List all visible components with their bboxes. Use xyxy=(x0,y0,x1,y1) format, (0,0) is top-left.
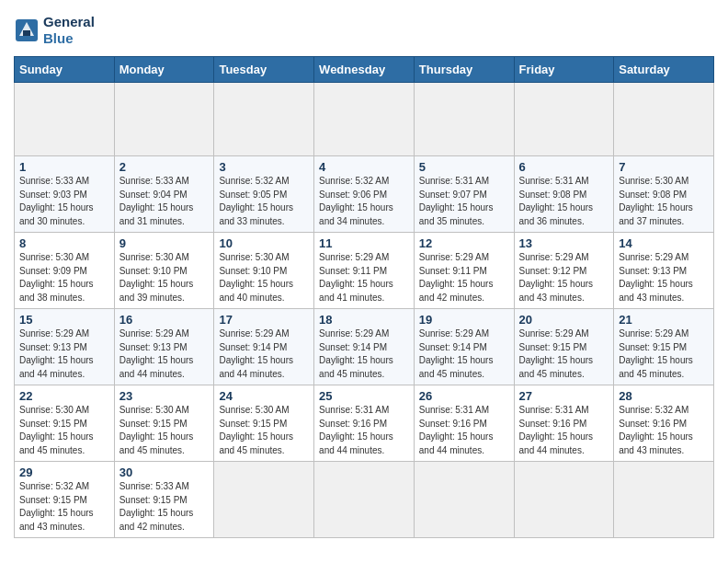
day-number: 15 xyxy=(19,313,109,327)
day-cell xyxy=(114,83,214,156)
day-cell: 14 Sunrise: 5:29 AMSunset: 9:13 PMDaylig… xyxy=(614,233,714,309)
day-info: Sunrise: 5:29 AMSunset: 9:15 PMDaylight:… xyxy=(619,328,693,379)
day-info: Sunrise: 5:30 AMSunset: 9:10 PMDaylight:… xyxy=(219,252,293,303)
day-cell xyxy=(214,83,314,156)
day-cell: 16 Sunrise: 5:29 AMSunset: 9:13 PMDaylig… xyxy=(114,309,214,385)
day-info: Sunrise: 5:31 AMSunset: 9:16 PMDaylight:… xyxy=(319,405,393,455)
col-header-monday: Monday xyxy=(114,57,214,83)
day-info: Sunrise: 5:30 AMSunset: 9:08 PMDaylight:… xyxy=(619,176,693,226)
day-info: Sunrise: 5:29 AMSunset: 9:13 PMDaylight:… xyxy=(619,252,693,303)
day-number: 18 xyxy=(319,313,409,327)
day-info: Sunrise: 5:33 AMSunset: 9:15 PMDaylight:… xyxy=(119,481,194,532)
svg-rect-2 xyxy=(23,30,30,36)
day-cell: 27 Sunrise: 5:31 AMSunset: 9:16 PMDaylig… xyxy=(514,385,614,462)
day-cell: 17 Sunrise: 5:29 AMSunset: 9:14 PMDaylig… xyxy=(214,309,314,385)
day-info: Sunrise: 5:31 AMSunset: 9:16 PMDaylight:… xyxy=(519,405,594,455)
day-cell: 4 Sunrise: 5:32 AMSunset: 9:06 PMDayligh… xyxy=(314,156,415,233)
day-cell: 7 Sunrise: 5:30 AMSunset: 9:08 PMDayligh… xyxy=(614,156,714,233)
day-cell xyxy=(214,462,314,538)
day-cell: 2 Sunrise: 5:33 AMSunset: 9:04 PMDayligh… xyxy=(114,156,214,233)
day-cell xyxy=(314,462,415,538)
day-number: 10 xyxy=(219,236,309,250)
day-info: Sunrise: 5:30 AMSunset: 9:15 PMDaylight:… xyxy=(19,405,94,455)
day-number: 2 xyxy=(119,160,210,174)
week-row-3: 15 Sunrise: 5:29 AMSunset: 9:13 PMDaylig… xyxy=(15,309,714,385)
day-cell xyxy=(15,83,115,156)
day-info: Sunrise: 5:31 AMSunset: 9:08 PMDaylight:… xyxy=(519,176,594,226)
day-cell: 8 Sunrise: 5:30 AMSunset: 9:09 PMDayligh… xyxy=(15,233,115,309)
day-cell xyxy=(314,83,415,156)
logo-text: General Blue xyxy=(43,14,95,47)
day-cell xyxy=(414,83,514,156)
day-cell: 24 Sunrise: 5:30 AMSunset: 9:15 PMDaylig… xyxy=(214,385,314,462)
day-cell: 10 Sunrise: 5:30 AMSunset: 9:10 PMDaylig… xyxy=(214,233,314,309)
week-row-2: 8 Sunrise: 5:30 AMSunset: 9:09 PMDayligh… xyxy=(15,233,714,309)
week-row-1: 1 Sunrise: 5:33 AMSunset: 9:03 PMDayligh… xyxy=(15,156,714,233)
day-cell: 22 Sunrise: 5:30 AMSunset: 9:15 PMDaylig… xyxy=(15,385,115,462)
day-info: Sunrise: 5:30 AMSunset: 9:09 PMDaylight:… xyxy=(19,252,94,303)
col-header-wednesday: Wednesday xyxy=(314,57,415,83)
day-info: Sunrise: 5:29 AMSunset: 9:11 PMDaylight:… xyxy=(319,252,393,303)
calendar-table: SundayMondayTuesdayWednesdayThursdayFrid… xyxy=(14,56,714,538)
week-row-5: 29 Sunrise: 5:32 AMSunset: 9:15 PMDaylig… xyxy=(15,462,714,538)
day-info: Sunrise: 5:33 AMSunset: 9:03 PMDaylight:… xyxy=(19,176,94,226)
day-cell xyxy=(614,462,714,538)
day-info: Sunrise: 5:29 AMSunset: 9:14 PMDaylight:… xyxy=(319,328,393,379)
day-number: 26 xyxy=(419,389,509,403)
logo: General Blue xyxy=(14,14,95,47)
day-info: Sunrise: 5:29 AMSunset: 9:15 PMDaylight:… xyxy=(519,328,594,379)
day-number: 12 xyxy=(419,236,509,250)
day-number: 13 xyxy=(519,236,609,250)
day-number: 25 xyxy=(319,389,409,403)
day-number: 19 xyxy=(419,313,509,327)
day-number: 4 xyxy=(319,160,409,174)
day-info: Sunrise: 5:29 AMSunset: 9:13 PMDaylight:… xyxy=(119,328,194,379)
day-cell: 26 Sunrise: 5:31 AMSunset: 9:16 PMDaylig… xyxy=(414,385,514,462)
day-cell: 3 Sunrise: 5:32 AMSunset: 9:05 PMDayligh… xyxy=(214,156,314,233)
day-cell: 13 Sunrise: 5:29 AMSunset: 9:12 PMDaylig… xyxy=(514,233,614,309)
day-number: 20 xyxy=(519,313,609,327)
day-number: 9 xyxy=(119,236,210,250)
day-info: Sunrise: 5:29 AMSunset: 9:12 PMDaylight:… xyxy=(519,252,594,303)
logo-icon xyxy=(14,17,40,43)
day-number: 5 xyxy=(419,160,509,174)
day-cell: 29 Sunrise: 5:32 AMSunset: 9:15 PMDaylig… xyxy=(15,462,115,538)
day-info: Sunrise: 5:30 AMSunset: 9:10 PMDaylight:… xyxy=(119,252,194,303)
day-cell: 12 Sunrise: 5:29 AMSunset: 9:11 PMDaylig… xyxy=(414,233,514,309)
day-cell xyxy=(414,462,514,538)
col-header-thursday: Thursday xyxy=(414,57,514,83)
day-info: Sunrise: 5:31 AMSunset: 9:16 PMDaylight:… xyxy=(419,405,494,455)
day-cell: 11 Sunrise: 5:29 AMSunset: 9:11 PMDaylig… xyxy=(314,233,415,309)
day-number: 29 xyxy=(19,465,109,479)
col-header-saturday: Saturday xyxy=(614,57,714,83)
day-number: 1 xyxy=(19,160,109,174)
day-cell: 30 Sunrise: 5:33 AMSunset: 9:15 PMDaylig… xyxy=(114,462,214,538)
day-number: 23 xyxy=(119,389,210,403)
day-number: 14 xyxy=(619,236,709,250)
day-info: Sunrise: 5:32 AMSunset: 9:15 PMDaylight:… xyxy=(19,481,94,532)
col-header-sunday: Sunday xyxy=(15,57,115,83)
calendar-body: 1 Sunrise: 5:33 AMSunset: 9:03 PMDayligh… xyxy=(15,83,714,538)
col-header-tuesday: Tuesday xyxy=(214,57,314,83)
day-cell xyxy=(514,462,614,538)
day-info: Sunrise: 5:33 AMSunset: 9:04 PMDaylight:… xyxy=(119,176,194,226)
day-number: 30 xyxy=(119,465,210,479)
day-number: 27 xyxy=(519,389,609,403)
day-number: 7 xyxy=(619,160,709,174)
day-cell: 25 Sunrise: 5:31 AMSunset: 9:16 PMDaylig… xyxy=(314,385,415,462)
day-number: 24 xyxy=(219,389,309,403)
day-cell: 20 Sunrise: 5:29 AMSunset: 9:15 PMDaylig… xyxy=(514,309,614,385)
day-info: Sunrise: 5:29 AMSunset: 9:13 PMDaylight:… xyxy=(19,328,94,379)
day-cell: 5 Sunrise: 5:31 AMSunset: 9:07 PMDayligh… xyxy=(414,156,514,233)
day-number: 16 xyxy=(119,313,210,327)
week-row-4: 22 Sunrise: 5:30 AMSunset: 9:15 PMDaylig… xyxy=(15,385,714,462)
day-cell: 9 Sunrise: 5:30 AMSunset: 9:10 PMDayligh… xyxy=(114,233,214,309)
col-header-friday: Friday xyxy=(514,57,614,83)
day-cell: 23 Sunrise: 5:30 AMSunset: 9:15 PMDaylig… xyxy=(114,385,214,462)
day-number: 6 xyxy=(519,160,609,174)
day-number: 11 xyxy=(319,236,409,250)
day-info: Sunrise: 5:31 AMSunset: 9:07 PMDaylight:… xyxy=(419,176,494,226)
day-info: Sunrise: 5:29 AMSunset: 9:14 PMDaylight:… xyxy=(419,328,494,379)
day-number: 17 xyxy=(219,313,309,327)
day-info: Sunrise: 5:29 AMSunset: 9:14 PMDaylight:… xyxy=(219,328,293,379)
